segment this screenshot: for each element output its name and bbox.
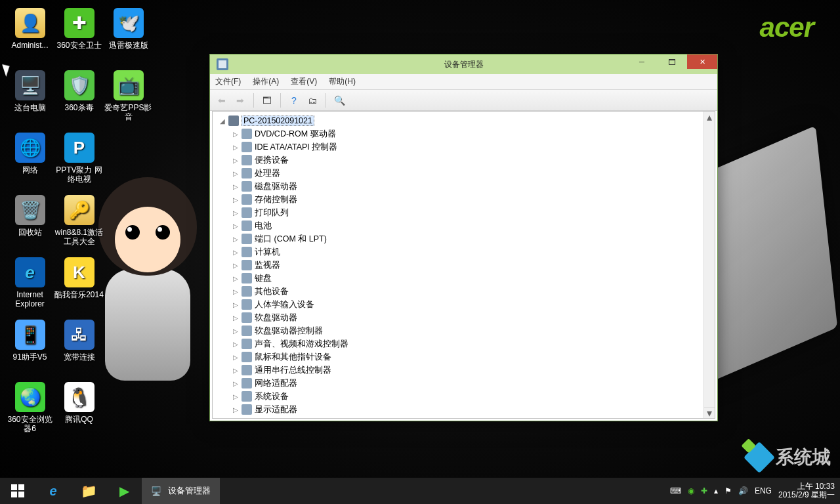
node-label: 磁盘驱动器 <box>255 181 297 192</box>
menu-help[interactable]: 帮助(H) <box>329 76 356 87</box>
desktop-icon-network[interactable]: 🌐网络 <box>5 130 54 192</box>
tree-root[interactable]: ◢ PC-201502091021 <box>215 114 701 127</box>
expand-icon[interactable]: ▷ <box>231 339 240 348</box>
tree-node[interactable]: ▷人体学输入设备 <box>215 298 701 311</box>
collapse-icon[interactable]: ◢ <box>218 116 227 125</box>
taskbar-ie[interactable]: e <box>35 478 71 504</box>
scroll-up-button[interactable]: ▴ <box>704 112 715 123</box>
desktop-icon-kuwo[interactable]: K酷我音乐2014 <box>54 255 104 317</box>
node-label: DVD/CD-ROM 驱动器 <box>255 129 336 140</box>
desktop-icon-thunder[interactable]: 🕊️迅雷极速版 <box>104 5 153 68</box>
tree-node[interactable]: ▷磁盘驱动器 <box>215 180 701 193</box>
menu-file[interactable]: 文件(F) <box>215 76 241 87</box>
desktop-icon-win8kms[interactable]: 🔑win8&8.1激活工具大全 <box>54 192 104 255</box>
tree-node[interactable]: ▷计算机 <box>215 245 701 259</box>
device-manager-window: 设备管理器 ─ ✕ 文件(F) 操作(A) 查看(V) 帮助(H) ⬅ ➡ 🗔 … <box>209 54 718 421</box>
tray-clock[interactable]: 上午 10:33 2015/2/9 星期一 <box>778 482 835 499</box>
show-hidden-button[interactable]: 🗔 <box>259 93 275 108</box>
expand-icon[interactable]: ▷ <box>231 313 240 322</box>
desktop-icon-qq[interactable]: 腾讯QQ <box>54 379 104 442</box>
node-label: 显示适配器 <box>255 404 297 415</box>
help-button[interactable]: ? <box>286 93 302 108</box>
tray-action-icon[interactable]: ⚑ <box>724 486 732 495</box>
toolbar: ⬅ ➡ 🗔 ? 🗂 🔍 <box>210 90 717 111</box>
desktop-icon-iqiyi[interactable]: 📺爱奇艺PPS影音 <box>104 68 153 130</box>
tray-av-icon[interactable]: ✚ <box>701 486 707 495</box>
tray-keyboard-icon[interactable]: ⌨ <box>670 486 681 495</box>
desktop-icon-pptv[interactable]: PPPTV聚力 网络电视 <box>54 130 104 192</box>
taskbar-explorer[interactable]: 📁 <box>71 478 106 504</box>
expand-icon[interactable]: ▷ <box>231 405 240 414</box>
minimize-button[interactable]: ─ <box>627 54 657 69</box>
properties-button[interactable]: 🗂 <box>304 93 320 108</box>
desktop-icon-360safe[interactable]: ✚360安全卫士 <box>54 5 104 68</box>
expand-icon[interactable]: ▷ <box>231 195 240 204</box>
tree-node[interactable]: ▷监视器 <box>215 259 701 272</box>
desktop-icon-360av[interactable]: 🛡️360杀毒 <box>54 68 104 130</box>
tree-node[interactable]: ▷处理器 <box>215 167 701 180</box>
tree-node[interactable]: ▷软盘驱动器控制器 <box>215 324 701 337</box>
expand-icon[interactable]: ▷ <box>231 221 240 230</box>
tree-node[interactable]: ▷IDE ATA/ATAPI 控制器 <box>215 140 701 154</box>
desktop-icon-ie[interactable]: eInternetExplorer <box>5 255 54 317</box>
taskbar-iqiyi[interactable]: ▶ <box>106 478 142 504</box>
start-button[interactable] <box>0 478 35 504</box>
expand-icon[interactable]: ▷ <box>231 142 240 152</box>
expand-icon[interactable]: ▷ <box>231 326 240 335</box>
tree-node[interactable]: ▷通用串行总线控制器 <box>215 364 701 377</box>
expand-icon[interactable]: ▷ <box>231 274 240 283</box>
desktop-icon-dialup[interactable]: 🖧宽带连接 <box>54 317 104 379</box>
expand-icon[interactable]: ▷ <box>231 379 240 388</box>
maximize-button[interactable] <box>657 54 687 69</box>
desktop-icon-thispc[interactable]: 🖥️这台电脑 <box>5 68 54 130</box>
expand-icon[interactable]: ▷ <box>231 129 240 138</box>
scroll-down-button[interactable]: ▾ <box>704 407 715 418</box>
expand-icon[interactable]: ▷ <box>231 366 240 375</box>
desktop-icon-recycle[interactable]: 🗑️回收站 <box>5 192 54 255</box>
expand-icon[interactable]: ▷ <box>231 208 240 217</box>
tree-node[interactable]: ▷鼠标和其他指针设备 <box>215 350 701 364</box>
device-icon <box>242 391 252 402</box>
scan-button[interactable]: 🔍 <box>331 93 347 108</box>
scrollbar[interactable]: ▴ ▾ <box>704 112 715 418</box>
tray-volume-icon[interactable]: 🔊 <box>738 486 748 495</box>
tray-chevron-up-icon[interactable]: ▴ <box>714 486 718 495</box>
expand-icon[interactable]: ▷ <box>231 169 240 178</box>
tree-node[interactable]: ▷电池 <box>215 219 701 232</box>
tree-node[interactable]: ▷DVD/CD-ROM 驱动器 <box>215 127 701 140</box>
recycle-icon: 🗑️ <box>15 195 45 225</box>
tree-node[interactable]: ▷端口 (COM 和 LPT) <box>215 232 701 245</box>
device-icon <box>242 168 252 178</box>
tree-node[interactable]: ▷键盘 <box>215 272 701 285</box>
expand-icon[interactable]: ▷ <box>231 182 240 191</box>
tree-node[interactable]: ▷声音、视频和游戏控制器 <box>215 337 701 350</box>
menu-view[interactable]: 查看(V) <box>291 76 317 87</box>
desktop-icon-360browser[interactable]: 🌏360安全浏览器6 <box>5 379 54 442</box>
expand-icon[interactable]: ▷ <box>231 247 240 257</box>
expand-icon[interactable]: ▷ <box>231 287 240 296</box>
desktop-icon-91[interactable]: 📱91助手V5 <box>5 317 54 379</box>
tree-node[interactable]: ▷网络适配器 <box>215 377 701 390</box>
tree-node[interactable]: ▷显示适配器 <box>215 403 701 416</box>
device-icon <box>242 129 252 139</box>
tree-node[interactable]: ▷系统设备 <box>215 390 701 403</box>
menu-action[interactable]: 操作(A) <box>253 76 279 87</box>
tree-node[interactable]: ▷便携设备 <box>215 154 701 167</box>
titlebar[interactable]: 设备管理器 ─ ✕ <box>210 54 717 74</box>
tree-node[interactable]: ▷打印队列 <box>215 206 701 219</box>
tray-ime[interactable]: ENG <box>755 486 772 495</box>
tray-360-icon[interactable]: ◉ <box>688 486 694 495</box>
taskbar-devicemanager[interactable]: 🖥️ 设备管理器 <box>142 478 220 504</box>
expand-icon[interactable]: ▷ <box>231 300 240 309</box>
close-button[interactable]: ✕ <box>687 54 717 69</box>
tree-node[interactable]: ▷软盘驱动器 <box>215 311 701 324</box>
expand-icon[interactable]: ▷ <box>231 261 240 270</box>
expand-icon[interactable]: ▷ <box>231 392 240 401</box>
expand-icon[interactable]: ▷ <box>231 156 240 165</box>
tree-node[interactable]: ▷存储控制器 <box>215 193 701 206</box>
expand-icon[interactable]: ▷ <box>231 234 240 243</box>
expand-icon[interactable]: ▷ <box>231 352 240 362</box>
device-tree[interactable]: ◢ PC-201502091021 ▷DVD/CD-ROM 驱动器▷IDE AT… <box>213 112 704 418</box>
tree-node[interactable]: ▷其他设备 <box>215 285 701 298</box>
desktop-icon-admin[interactable]: 👤Administ... <box>5 5 54 68</box>
